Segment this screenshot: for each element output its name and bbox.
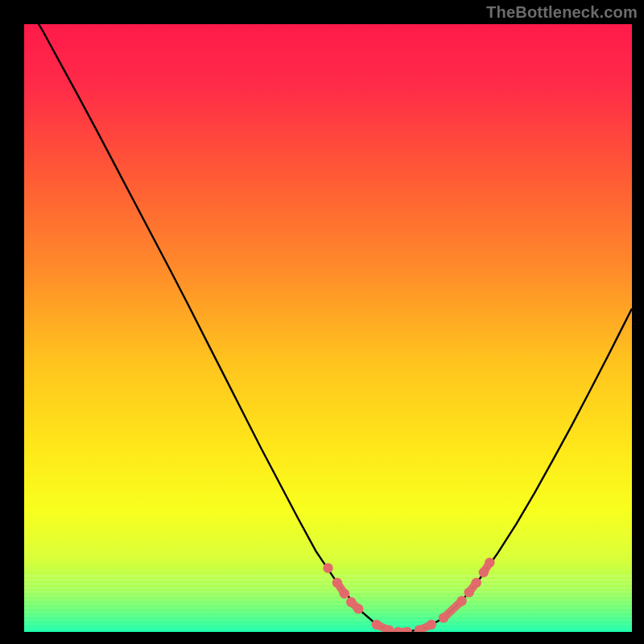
highlight-dot bbox=[372, 620, 382, 630]
svg-rect-1 bbox=[24, 627, 632, 630]
highlight-dot bbox=[485, 558, 494, 568]
highlight-dot bbox=[427, 620, 436, 630]
plot-background bbox=[24, 24, 632, 632]
highlight-dot bbox=[464, 588, 473, 597]
svg-rect-10 bbox=[24, 591, 632, 593]
svg-rect-13 bbox=[24, 579, 632, 581]
highlight-dot bbox=[415, 625, 424, 635]
highlight-dot bbox=[332, 578, 342, 588]
svg-rect-3 bbox=[24, 619, 632, 621]
svg-rect-7 bbox=[24, 603, 632, 605]
highlight-dot bbox=[439, 613, 448, 622]
svg-rect-9 bbox=[24, 595, 632, 597]
highlight-dot bbox=[323, 564, 332, 573]
highlight-dot bbox=[456, 596, 466, 605]
highlight-dot bbox=[472, 578, 481, 588]
highlight-dot bbox=[384, 625, 394, 635]
svg-rect-5 bbox=[24, 611, 632, 613]
highlight-dot bbox=[479, 568, 489, 577]
svg-rect-2 bbox=[24, 623, 632, 625]
svg-rect-12 bbox=[24, 583, 632, 585]
highlight-dot bbox=[393, 627, 402, 637]
chart-svg bbox=[0, 0, 644, 644]
highlight-dot bbox=[353, 604, 363, 613]
svg-rect-8 bbox=[24, 599, 632, 601]
watermark-text: TheBottleneck.com bbox=[486, 3, 638, 22]
svg-rect-4 bbox=[24, 615, 632, 617]
svg-rect-6 bbox=[24, 607, 632, 609]
highlight-dot bbox=[402, 627, 411, 637]
svg-rect-11 bbox=[24, 587, 632, 589]
chart-stage: TheBottleneck.com bbox=[0, 0, 644, 644]
highlight-dot bbox=[340, 588, 349, 598]
